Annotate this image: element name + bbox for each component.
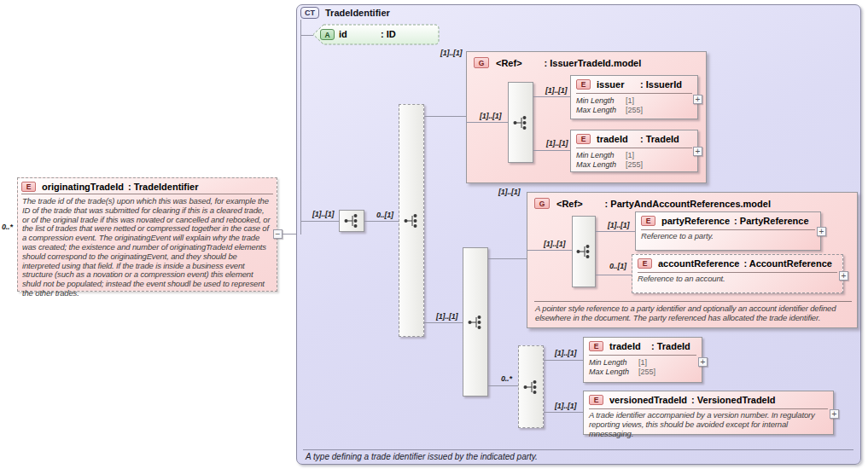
group-documentation: A pointer style reference to a party ide… [530, 303, 863, 325]
sequence-icon [343, 213, 360, 229]
cardinality-label: [1]..[1] [436, 312, 457, 321]
attribute-type: : ID [381, 29, 396, 39]
connector-line [533, 96, 570, 97]
element-type: : AccountReference [743, 258, 832, 269]
cardinality-label: [1]..[1] [544, 240, 565, 248]
group-type: : IssuerTradeId.model [545, 58, 642, 68]
group-icon: G [534, 198, 550, 209]
attribute-icon: A [320, 29, 335, 40]
group-name: <Ref> [496, 58, 522, 68]
connector-line [300, 221, 339, 222]
sequence-icon [403, 213, 420, 229]
sequence-icon [467, 315, 484, 330]
element-name: issuer [597, 79, 634, 90]
element-icon: E [576, 134, 591, 144]
expand-button[interactable]: + [693, 147, 702, 156]
collapse-button[interactable]: − [273, 229, 283, 239]
facet-label: Min Length [576, 151, 626, 160]
cardinality-label: [1]..[1] [312, 210, 334, 218]
facet-value: [255] [626, 160, 643, 169]
connector-line [488, 385, 518, 386]
element-documentation: Reference to an account. [632, 275, 842, 286]
attribute-id[interactable]: A id : ID [312, 24, 440, 46]
element-trade-id[interactable]: E tradeId : TradeId Min Length[1] Max Le… [570, 130, 698, 172]
element-versioned-trade-id[interactable]: E versionedTradeId : VersionedTradeId A … [583, 391, 834, 435]
expand-button[interactable]: + [693, 95, 702, 104]
sequence-icon [575, 244, 592, 259]
sequence-compositor[interactable] [518, 345, 544, 428]
element-trade-id[interactable]: E tradeId : TradeId Min Length[1] Max Le… [583, 337, 702, 383]
cardinality-label: [1]..[1] [608, 221, 629, 229]
element-name: accountReference [658, 258, 739, 269]
facet-label: Max Length [576, 160, 626, 170]
sequence-compositor[interactable] [572, 216, 596, 287]
attribute-name: id [339, 29, 347, 39]
cardinality-label: [1]..[1] [546, 139, 568, 148]
cardinality-label: 0..[1] [609, 262, 626, 270]
connector-line [596, 231, 635, 232]
connector-line [596, 275, 632, 275]
element-name: originatingTradeId [42, 182, 124, 192]
element-icon: E [21, 182, 36, 192]
element-documentation: The trade id of the trade(s) upon which … [18, 196, 277, 299]
element-icon: E [641, 216, 655, 226]
element-icon: E [589, 395, 603, 405]
sequence-compositor[interactable] [339, 210, 364, 232]
facet-label: Min Length [576, 96, 626, 106]
connector-line [466, 122, 508, 123]
element-documentation: A trade identifier accompanied by a vers… [584, 411, 833, 440]
connector-line [424, 322, 463, 323]
group-type: : PartyAndAccountReferences.model [605, 199, 771, 209]
group-doc-separator [534, 301, 852, 302]
connector-line [527, 250, 572, 251]
connector-line [364, 221, 399, 222]
element-icon: E [576, 79, 591, 90]
complex-type-documentation: A type defining a trade identifier issue… [306, 452, 538, 461]
expand-button[interactable]: + [839, 271, 848, 281]
facet-label: Max Length [576, 106, 626, 115]
sequence-compositor[interactable] [463, 247, 488, 397]
sequence-compositor[interactable] [399, 104, 424, 337]
expand-button[interactable]: + [698, 357, 708, 367]
element-type: : TradeId [651, 341, 690, 351]
group-name: <Ref> [556, 199, 583, 209]
cardinality-label: 0..* [2, 223, 13, 231]
facet-value: [255] [626, 106, 643, 114]
expand-button[interactable]: + [817, 227, 826, 236]
sequence-icon [512, 115, 529, 130]
element-name: tradeId [597, 134, 634, 144]
sequence-icon [522, 379, 539, 395]
expand-button[interactable]: + [830, 409, 839, 419]
element-type: : PartyReference [734, 216, 808, 226]
facet-value: [1] [638, 358, 647, 367]
element-box-originating-trade-id[interactable]: E originatingTradeId : TradeIdentifier T… [17, 177, 277, 292]
complex-type-title: TradeIdentifier [325, 8, 390, 18]
connector-line [424, 116, 466, 117]
element-account-reference[interactable]: E accountReference : AccountReference Re… [632, 254, 843, 293]
cardinality-label: [1]..[1] [555, 349, 576, 357]
facet-label: Min Length [589, 358, 638, 368]
sequence-compositor[interactable] [508, 82, 533, 163]
element-type: : VersionedTradeId [691, 395, 775, 405]
cardinality-label: [1]..[1] [480, 112, 501, 120]
element-documentation: Reference to a party. [636, 232, 820, 243]
connector-line [300, 35, 313, 36]
element-issuer[interactable]: E issuer : IssuerId Min Length[1] Max Le… [570, 75, 698, 119]
complex-type-icon: CT [300, 7, 319, 19]
connector-line [544, 412, 583, 413]
element-icon: E [638, 258, 652, 269]
connector-line [533, 150, 570, 151]
cardinality-label: 0..[1] [376, 211, 393, 219]
facet-value: [1] [626, 151, 634, 159]
connector-line [544, 360, 583, 361]
facet-value: [255] [638, 368, 655, 376]
element-party-reference[interactable]: E partyReference : PartyReference Refere… [635, 211, 821, 251]
cardinality-label: 0..* [501, 374, 512, 383]
cardinality-label: [1]..[1] [498, 188, 520, 196]
connector-line [488, 258, 527, 259]
element-name: versionedTradeId [609, 395, 687, 405]
cardinality-label: [1]..[1] [440, 49, 462, 57]
facet-value: [1] [626, 96, 634, 105]
element-type: : TradeId [640, 134, 679, 144]
facet-label: Max Length [589, 368, 638, 377]
